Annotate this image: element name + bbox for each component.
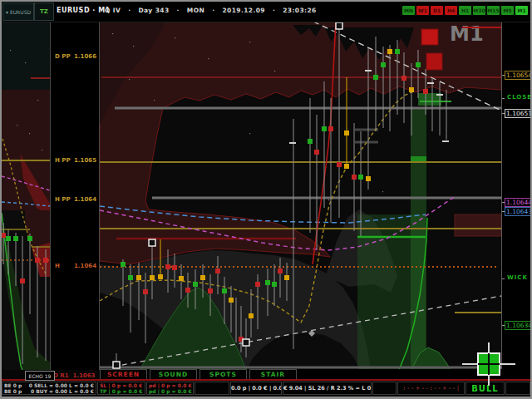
red-zone-box	[455, 214, 501, 236]
symbol-tab-label: EURUSD	[10, 9, 31, 15]
signal-dot-y	[179, 276, 184, 281]
signal-dot-r	[328, 126, 333, 131]
signal-dot-g	[373, 75, 378, 80]
signal-dot-y	[158, 274, 163, 279]
speck	[37, 100, 38, 101]
speck	[133, 46, 134, 47]
status-box	[372, 382, 397, 395]
pivot-label-column: D PP1.1066H PP1.1065H PP1.1064H1.1064	[50, 22, 100, 370]
timeframe-button-h4[interactable]: H4	[445, 6, 457, 15]
buy-crosshair-cursor-icon[interactable]	[462, 342, 515, 386]
caret-down-icon: ▾	[6, 9, 8, 15]
platform-window: ▾ EURUSD TZ EURUSD · M1 Q IV · Day 343 ·…	[0, 0, 532, 399]
speck	[25, 62, 26, 63]
speck	[274, 71, 275, 71]
mini-teal	[2, 22, 50, 90]
timeframe-button-d1[interactable]: D1	[431, 6, 443, 15]
signal-dot-g	[381, 62, 386, 67]
echo-mini-chart[interactable]	[2, 22, 50, 370]
signal-dot-g	[416, 62, 421, 67]
scale-tick	[502, 98, 505, 99]
timeframe-button-w1[interactable]: W1	[416, 6, 429, 15]
signal-dot-g	[272, 282, 277, 287]
session-info: Q IV · Day 343 · MON · 2019.12.09 · 23:0…	[105, 2, 317, 20]
timeframe-toolbar: MNW1D1H4H1M30M15M5M1	[402, 6, 528, 16]
timeframe-button-mn[interactable]: MN	[402, 6, 415, 15]
signal-dot-r	[43, 258, 48, 263]
pivot-label: H PP1.1065	[55, 157, 96, 164]
separator-line	[0, 379, 532, 381]
timeframe-button-m30[interactable]: M30	[473, 6, 485, 15]
status-box: 0.0 p | 0.0 € | 0.0 %	[230, 382, 282, 395]
square-marker[interactable]	[243, 339, 249, 346]
timeframe-button-m15[interactable]: M15	[487, 6, 500, 15]
status-box: : - - + - - : - - + - - |	[397, 382, 465, 395]
status-box: BE 0 p0 SELL = 0.00 L = 0.0 €BE 0 p0 BUY…	[2, 382, 96, 395]
price-label: 1.10651	[505, 109, 532, 118]
signal-dot-y	[387, 49, 392, 54]
status-box: SL | 0 p = 0.0 €TP | 0 p = 0.0 €	[97, 382, 145, 395]
header-bar: ▾ EURUSD TZ EURUSD · M1 Q IV · Day 343 ·…	[2, 2, 530, 22]
echo-indicator-label: ECHO 19	[25, 371, 55, 381]
signal-dot-y	[200, 275, 205, 280]
price-label: 1.10643	[505, 207, 532, 216]
signal-dot-g	[265, 280, 270, 285]
speck	[112, 33, 113, 34]
white-tick	[427, 82, 434, 84]
signal-dot-r	[143, 289, 148, 294]
main-chart-canvas[interactable]: M1	[100, 22, 501, 370]
timeframe-button-m5[interactable]: M5	[501, 6, 514, 15]
signal-dot-g	[193, 282, 198, 287]
signal-dot-g	[27, 236, 32, 241]
symbol-tab[interactable]: ▾ EURUSD	[2, 2, 34, 21]
signal-dot-y	[344, 131, 349, 135]
signal-dot-r	[337, 162, 342, 167]
price-scale-text: CLOSE	[507, 94, 532, 101]
speck	[29, 133, 30, 134]
signal-dot-g	[128, 275, 133, 280]
status-bar: BE 0 p0 SELL = 0.00 L = 0.0 €BE 0 p0 BUY…	[0, 382, 532, 396]
signal-dot-y	[366, 176, 371, 181]
signal-dot-y	[150, 275, 155, 280]
signal-dot-y	[229, 298, 234, 303]
red-box	[426, 53, 442, 70]
signal-dot-g	[395, 49, 400, 54]
signal-dot-r	[208, 288, 213, 293]
speck	[129, 79, 130, 80]
timezone-tab[interactable]: TZ	[34, 2, 54, 21]
price-scale[interactable]: 1.10654CLOSE1.106511.106441.10643WICK1.1…	[501, 22, 530, 370]
price-label: 1.10644	[505, 198, 532, 207]
signal-dot-r	[215, 268, 220, 273]
status-box	[195, 382, 229, 395]
speck	[208, 58, 209, 59]
white-tick	[365, 70, 372, 71]
signal-dot-r	[314, 150, 319, 155]
signal-dot-y	[409, 87, 414, 92]
scale-tick	[502, 278, 505, 279]
signal-dot-y	[344, 164, 349, 169]
signal-dot-r	[423, 89, 428, 94]
timeframe-button-m1[interactable]: M1	[515, 6, 528, 15]
price-label: 1.10634	[505, 321, 532, 330]
signal-dot-r	[255, 282, 260, 287]
watermark: M1	[450, 22, 484, 46]
speck	[249, 133, 250, 134]
square-marker[interactable]	[336, 22, 342, 29]
pivot-label: H PP1.1064	[55, 196, 96, 203]
price-scale-text: WICK	[507, 274, 528, 281]
signal-dot-g	[222, 288, 227, 293]
signal-dot-r	[165, 264, 170, 269]
signal-dot-g	[358, 175, 363, 180]
speck	[17, 125, 17, 126]
pivot-label-d-r1: D R1 1.1063	[53, 372, 95, 379]
signal-dot-g	[121, 262, 126, 267]
timeframe-button-h1[interactable]: H1	[459, 6, 471, 15]
speck	[249, 42, 250, 42]
square-marker[interactable]	[113, 362, 120, 368]
speck	[10, 50, 11, 51]
signal-dot-g	[322, 126, 327, 131]
speck	[328, 200, 329, 200]
square-marker[interactable]	[149, 239, 155, 246]
signal-dot-r	[20, 278, 25, 283]
white-tick	[289, 142, 296, 144]
